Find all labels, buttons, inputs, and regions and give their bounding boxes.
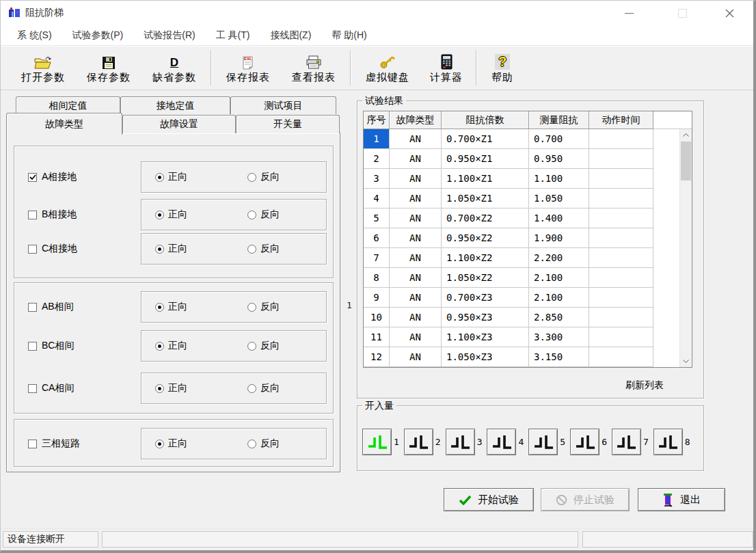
tab-fault-type[interactable]: 故障类型: [6, 113, 122, 135]
table-cell[interactable]: 1.900: [529, 228, 589, 248]
save-report-button[interactable]: EXL保存报表: [215, 48, 281, 87]
table-cell[interactable]: [589, 129, 653, 149]
table-cell[interactable]: 5: [364, 208, 390, 228]
radio-forward-three-phase[interactable]: 正向: [155, 429, 187, 459]
table-cell[interactable]: 0.950×Z2: [442, 228, 529, 248]
tab-ground-setvalue[interactable]: 接地定值: [120, 96, 230, 114]
radio-reverse-b-ground[interactable]: 反向: [247, 200, 280, 230]
table-cell[interactable]: 12: [364, 347, 390, 367]
table-cell[interactable]: [589, 308, 653, 327]
table-cell[interactable]: 0.950×Z1: [442, 149, 529, 169]
di-channel-button-1[interactable]: [362, 429, 392, 455]
table-cell[interactable]: 0.700: [529, 129, 589, 149]
table-cell[interactable]: 9: [364, 288, 390, 308]
table-cell[interactable]: 3: [364, 169, 390, 189]
table-cell[interactable]: 1.050×Z3: [442, 347, 529, 367]
table-cell[interactable]: 3.150: [529, 347, 589, 367]
table-row[interactable]: 2AN0.950×Z10.950: [364, 149, 679, 169]
table-cell[interactable]: 2.100: [529, 288, 589, 308]
table-cell[interactable]: 2.100: [529, 268, 589, 288]
table-cell[interactable]: AN: [390, 169, 442, 189]
view-report-button[interactable]: 查看报表: [281, 48, 347, 87]
tab-test-items[interactable]: 测试项目: [230, 96, 336, 114]
close-button[interactable]: [714, 1, 745, 25]
table-cell[interactable]: 1.100×Z2: [442, 248, 529, 268]
tab-fault-config[interactable]: 故障设置: [122, 115, 236, 133]
scroll-down-button[interactable]: [680, 355, 692, 367]
radio-reverse-c-ground[interactable]: 反向: [247, 234, 280, 264]
table-cell[interactable]: 1.100×Z3: [442, 327, 529, 347]
table-cell[interactable]: 1.400: [529, 208, 589, 228]
di-channel-button-6[interactable]: [570, 429, 599, 455]
table-cell[interactable]: AN: [390, 228, 442, 248]
start-test-button[interactable]: 开始试验: [444, 488, 534, 511]
column-header-4[interactable]: 测量阻抗: [529, 111, 589, 129]
table-row[interactable]: 7AN1.100×Z22.200: [364, 248, 679, 268]
table-cell[interactable]: AN: [390, 129, 442, 149]
maximize-button[interactable]: [666, 1, 698, 25]
table-cell[interactable]: AN: [390, 288, 442, 308]
exit-button[interactable]: 退出: [638, 488, 725, 511]
table-cell[interactable]: 7: [364, 248, 390, 268]
table-cell[interactable]: AN: [390, 189, 442, 208]
table-row[interactable]: 12AN1.050×Z33.150: [364, 347, 679, 367]
table-cell[interactable]: 2: [364, 149, 390, 169]
checkbox-a-ground[interactable]: A相接地: [28, 161, 77, 193]
menu-item-6[interactable]: 帮 助(H): [332, 29, 366, 42]
table-cell[interactable]: AN: [390, 308, 442, 327]
menu-item-4[interactable]: 工 具(T): [216, 29, 250, 42]
table-row[interactable]: 6AN0.950×Z21.900: [364, 228, 679, 248]
refresh-list-link[interactable]: 刷新列表: [625, 379, 664, 392]
table-cell[interactable]: [589, 208, 653, 228]
table-cell[interactable]: 4: [364, 189, 390, 208]
table-cell[interactable]: AN: [390, 268, 442, 288]
scrollbar-thumb[interactable]: [681, 141, 691, 180]
checkbox-c-ground[interactable]: C相接地: [28, 233, 77, 265]
radio-forward-b-ground[interactable]: 正向: [155, 200, 187, 230]
table-cell[interactable]: 2.200: [529, 248, 589, 268]
table-cell[interactable]: [589, 347, 653, 367]
radio-forward-bc-phase[interactable]: 正向: [155, 331, 187, 361]
table-cell[interactable]: [589, 288, 653, 308]
radio-forward-a-ground[interactable]: 正向: [155, 162, 187, 192]
di-channel-button-5[interactable]: [528, 429, 558, 455]
table-cell[interactable]: 11: [364, 327, 390, 347]
table-cell[interactable]: 1.050: [529, 189, 589, 208]
menu-item-2[interactable]: 试验参数(P): [72, 29, 124, 42]
save-params-button[interactable]: 保存参数: [76, 48, 141, 87]
checkbox-b-ground[interactable]: B相接地: [28, 199, 77, 230]
open-params-button[interactable]: 打开参数: [10, 48, 76, 87]
table-cell[interactable]: 3.300: [529, 327, 589, 347]
table-cell[interactable]: [589, 327, 653, 347]
table-cell[interactable]: [589, 189, 653, 208]
table-row[interactable]: 8AN1.050×Z22.100: [364, 268, 679, 288]
table-cell[interactable]: 0.700×Z3: [442, 288, 529, 308]
table-row[interactable]: 1AN0.700×Z10.700: [364, 129, 679, 149]
table-row[interactable]: 9AN0.700×Z32.100: [364, 288, 679, 308]
table-row[interactable]: 11AN1.100×Z33.300: [364, 327, 679, 347]
table-cell[interactable]: 0.950×Z3: [442, 308, 529, 327]
di-channel-button-3[interactable]: [446, 429, 475, 455]
radio-reverse-three-phase[interactable]: 反向: [247, 429, 280, 459]
radio-forward-ca-phase[interactable]: 正向: [155, 373, 187, 403]
virtual-keyboard-button[interactable]: 虚拟键盘: [355, 48, 420, 87]
table-row[interactable]: 5AN0.700×Z21.400: [364, 208, 679, 228]
column-header-1[interactable]: 序号: [364, 111, 390, 129]
radio-reverse-bc-phase[interactable]: 反向: [247, 331, 280, 361]
table-cell[interactable]: AN: [390, 208, 442, 228]
menu-item-3[interactable]: 试验报告(R): [144, 29, 195, 42]
table-cell[interactable]: [589, 149, 653, 169]
radio-forward-c-ground[interactable]: 正向: [155, 234, 187, 264]
di-channel-button-2[interactable]: [404, 429, 433, 455]
table-cell[interactable]: 1: [364, 129, 390, 149]
menu-item-1[interactable]: 系 统(S): [17, 29, 52, 42]
table-cell[interactable]: [589, 248, 653, 268]
table-row[interactable]: 4AN1.050×Z11.050: [364, 189, 679, 208]
table-cell[interactable]: AN: [390, 327, 442, 347]
di-channel-button-8[interactable]: [653, 429, 683, 455]
table-cell[interactable]: 1.100: [529, 169, 589, 189]
di-channel-button-4[interactable]: [487, 429, 516, 455]
radio-reverse-a-ground[interactable]: 反向: [247, 162, 280, 192]
di-channel-button-7[interactable]: [612, 429, 641, 455]
scrollbar-track[interactable]: [680, 180, 692, 355]
